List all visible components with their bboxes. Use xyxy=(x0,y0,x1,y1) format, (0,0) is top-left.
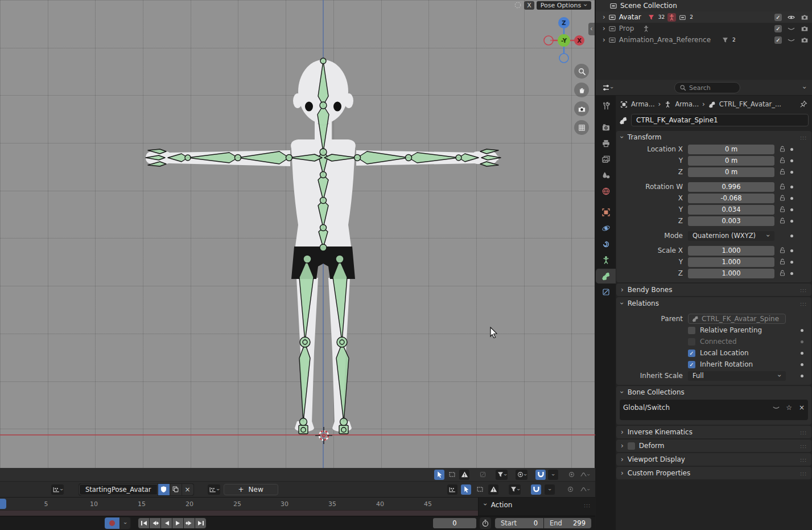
camera-render-icon[interactable] xyxy=(801,13,809,21)
lock-icon[interactable] xyxy=(779,206,786,213)
scale-z-field[interactable]: 1.000 xyxy=(688,269,774,278)
camera-render-icon[interactable] xyxy=(801,36,809,44)
animate-dot-icon[interactable] xyxy=(790,171,793,174)
location-y-field[interactable]: 0 m xyxy=(688,156,774,166)
animate-dot-icon[interactable] xyxy=(801,375,803,377)
panel-inverse-kinematics[interactable]: Inverse Kinematics xyxy=(616,426,811,438)
tab-bone[interactable] xyxy=(596,269,616,284)
tab-object[interactable] xyxy=(596,205,616,220)
auto-key-options-chevron-icon[interactable] xyxy=(120,517,130,529)
pin-icon[interactable] xyxy=(799,100,807,108)
sidebar-collapse-tab[interactable] xyxy=(588,23,595,35)
rotation-x-field[interactable]: -0.068 xyxy=(688,194,774,203)
star-icon[interactable] xyxy=(786,404,792,412)
panel-drag-icon[interactable] xyxy=(800,442,807,450)
jump-to-start-button[interactable] xyxy=(138,518,149,528)
proportional-editing-icon[interactable] xyxy=(566,470,576,480)
rotation-y-field[interactable]: 0.034 xyxy=(688,205,774,215)
location-x-field[interactable]: 0 m xyxy=(688,145,774,154)
camera-render-icon[interactable] xyxy=(801,24,809,32)
unlink-action-icon[interactable] xyxy=(182,484,193,495)
panel-custom-properties[interactable]: Custom Properties xyxy=(616,467,811,479)
scale-y-field[interactable]: 1.000 xyxy=(688,257,774,267)
grid-ortho-icon[interactable] xyxy=(574,120,589,135)
panel-drag-icon[interactable] xyxy=(800,455,807,463)
relative-parenting-checkbox[interactable] xyxy=(688,327,695,334)
select-tool-icon[interactable] xyxy=(434,470,444,480)
new-action-button[interactable]: New xyxy=(224,484,278,495)
outliner-row-prop[interactable]: Prop ✓ xyxy=(596,23,812,34)
parent-field[interactable]: CTRL_FK_Avatar_Spine xyxy=(688,314,786,324)
deform-checkbox[interactable] xyxy=(628,442,635,450)
stopwatch-icon[interactable] xyxy=(480,517,491,529)
pose-options-dropdown[interactable]: Pose Options xyxy=(537,1,591,10)
play-button[interactable] xyxy=(172,518,183,528)
duplicate-action-icon[interactable] xyxy=(170,484,182,495)
camera-view-icon[interactable] xyxy=(574,101,589,116)
next-keyframe-button[interactable] xyxy=(184,518,195,528)
expand-icon[interactable] xyxy=(603,25,605,32)
animate-dot-icon[interactable] xyxy=(790,197,793,200)
eye-closed-icon[interactable] xyxy=(787,24,795,33)
checkbox-icon[interactable]: ✓ xyxy=(774,25,782,32)
tab-object-data[interactable] xyxy=(596,253,616,268)
pose-bones[interactable] xyxy=(146,58,501,434)
zoom-icon[interactable] xyxy=(574,64,589,79)
proportional-falloff-curve-icon[interactable] xyxy=(579,484,591,495)
tab-constraints[interactable] xyxy=(596,221,616,236)
lock-icon[interactable] xyxy=(779,247,786,254)
fake-user-shield-icon[interactable] xyxy=(158,484,170,495)
jump-to-end-button[interactable] xyxy=(195,518,206,528)
navigation-gizmo[interactable]: Z X -Y xyxy=(541,16,587,64)
panel-drag-icon[interactable] xyxy=(800,286,807,294)
dopesheet-mode-icon[interactable] xyxy=(447,484,457,495)
panel-drag-icon[interactable] xyxy=(584,501,591,509)
filter-funnel-icon[interactable] xyxy=(496,470,508,480)
outliner-row-avatar[interactable]: Avatar 32 2 ✓ xyxy=(596,11,812,23)
snap-magnet-icon[interactable] xyxy=(531,484,541,495)
eye-icon[interactable] xyxy=(787,13,795,22)
animate-dot-icon[interactable] xyxy=(790,220,793,223)
expand-icon[interactable] xyxy=(603,14,605,20)
animate-dot-icon[interactable] xyxy=(790,249,793,252)
box-select-icon[interactable] xyxy=(447,470,457,480)
select-tool-icon[interactable] xyxy=(461,484,471,495)
eye-closed-icon[interactable] xyxy=(787,36,795,44)
panel-drag-icon[interactable] xyxy=(800,469,807,477)
rotation-z-field[interactable]: 0.003 xyxy=(688,216,774,226)
local-location-checkbox[interactable] xyxy=(688,350,695,357)
action-name-field[interactable]: StartingPose_Avatar xyxy=(79,484,158,495)
animate-dot-icon[interactable] xyxy=(801,352,803,355)
eye-closed-icon[interactable] xyxy=(772,404,780,412)
filter-funnel-icon[interactable] xyxy=(509,484,521,495)
close-icon[interactable] xyxy=(799,404,805,412)
viewport-3d[interactable]: X Pose Options Z X -Y xyxy=(0,0,595,468)
scale-x-field[interactable]: 1.000 xyxy=(688,246,774,256)
animate-dot-icon[interactable] xyxy=(790,148,793,151)
animate-dot-icon[interactable] xyxy=(801,363,803,366)
snap-options-chevron-icon[interactable] xyxy=(548,470,558,480)
animate-dot-icon[interactable] xyxy=(790,208,793,211)
inherit-scale-dropdown[interactable]: Full xyxy=(688,371,786,381)
bone-name-input[interactable]: CTRL_FK_Avatar_Spine1 xyxy=(631,114,809,126)
animate-dot-icon[interactable] xyxy=(790,261,793,264)
inherit-rotation-checkbox[interactable] xyxy=(688,361,695,368)
lock-icon[interactable] xyxy=(779,195,786,202)
play-reverse-button[interactable] xyxy=(161,518,172,528)
animate-dot-icon[interactable] xyxy=(790,159,793,162)
animate-dot-icon[interactable] xyxy=(801,329,803,332)
panel-transform-header[interactable]: Transform xyxy=(616,131,811,143)
start-frame-field[interactable]: Start0 xyxy=(495,518,543,528)
outliner-row-animation-area-reference[interactable]: Animation_Area_Reference 2 ✓ xyxy=(596,34,812,46)
bone-collection-item[interactable]: Global/Switch xyxy=(623,401,805,414)
hand-icon[interactable] xyxy=(574,83,589,97)
tab-render[interactable] xyxy=(596,120,616,135)
rotation-w-field[interactable]: 0.996 xyxy=(688,182,774,192)
panel-bendy-bones[interactable]: Bendy Bones xyxy=(616,284,811,296)
box-select-icon[interactable] xyxy=(475,484,485,495)
snap-options-chevron-icon[interactable] xyxy=(545,484,555,495)
auto-key-record-button[interactable] xyxy=(105,517,119,529)
rotation-mode-dropdown[interactable]: Quaternion (WXYZ) xyxy=(688,231,774,241)
tab-output[interactable] xyxy=(596,136,616,151)
playhead-handle[interactable] xyxy=(0,499,6,509)
